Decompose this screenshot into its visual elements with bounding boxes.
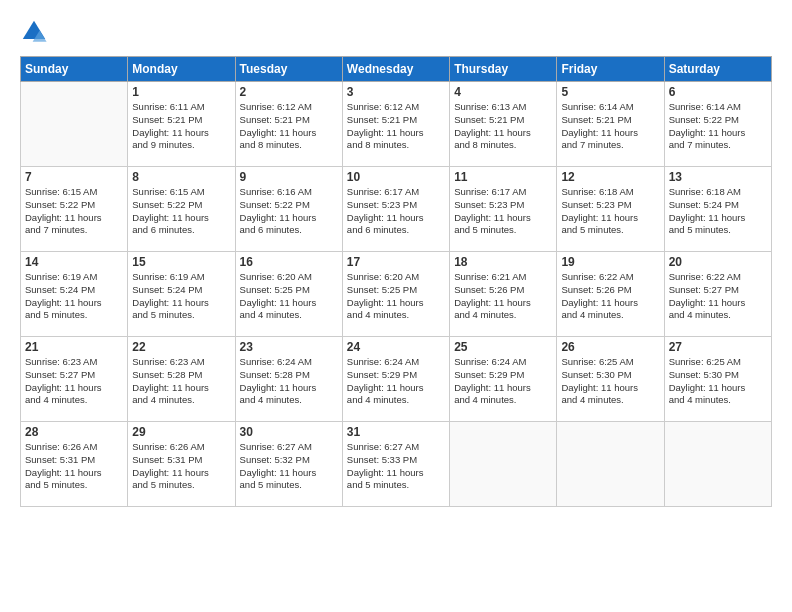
day-number: 8	[132, 170, 230, 184]
day-number: 24	[347, 340, 445, 354]
day-number: 16	[240, 255, 338, 269]
week-row-3: 14Sunrise: 6:19 AMSunset: 5:24 PMDayligh…	[21, 252, 772, 337]
calendar-cell: 31Sunrise: 6:27 AMSunset: 5:33 PMDayligh…	[342, 422, 449, 507]
cell-info: Sunrise: 6:18 AMSunset: 5:24 PMDaylight:…	[669, 186, 767, 237]
cell-info: Sunrise: 6:15 AMSunset: 5:22 PMDaylight:…	[132, 186, 230, 237]
cell-info: Sunrise: 6:23 AMSunset: 5:28 PMDaylight:…	[132, 356, 230, 407]
calendar-cell: 5Sunrise: 6:14 AMSunset: 5:21 PMDaylight…	[557, 82, 664, 167]
cell-info: Sunrise: 6:24 AMSunset: 5:29 PMDaylight:…	[347, 356, 445, 407]
calendar-cell: 8Sunrise: 6:15 AMSunset: 5:22 PMDaylight…	[128, 167, 235, 252]
header	[20, 18, 772, 46]
cell-info: Sunrise: 6:12 AMSunset: 5:21 PMDaylight:…	[347, 101, 445, 152]
day-number: 29	[132, 425, 230, 439]
day-number: 7	[25, 170, 123, 184]
calendar-cell: 9Sunrise: 6:16 AMSunset: 5:22 PMDaylight…	[235, 167, 342, 252]
calendar-cell: 18Sunrise: 6:21 AMSunset: 5:26 PMDayligh…	[450, 252, 557, 337]
day-number: 17	[347, 255, 445, 269]
cell-info: Sunrise: 6:24 AMSunset: 5:28 PMDaylight:…	[240, 356, 338, 407]
cell-info: Sunrise: 6:26 AMSunset: 5:31 PMDaylight:…	[25, 441, 123, 492]
calendar-cell: 12Sunrise: 6:18 AMSunset: 5:23 PMDayligh…	[557, 167, 664, 252]
calendar-cell	[450, 422, 557, 507]
cell-info: Sunrise: 6:14 AMSunset: 5:22 PMDaylight:…	[669, 101, 767, 152]
week-row-1: 1Sunrise: 6:11 AMSunset: 5:21 PMDaylight…	[21, 82, 772, 167]
calendar-cell: 24Sunrise: 6:24 AMSunset: 5:29 PMDayligh…	[342, 337, 449, 422]
calendar-cell: 19Sunrise: 6:22 AMSunset: 5:26 PMDayligh…	[557, 252, 664, 337]
cell-info: Sunrise: 6:25 AMSunset: 5:30 PMDaylight:…	[669, 356, 767, 407]
cell-info: Sunrise: 6:17 AMSunset: 5:23 PMDaylight:…	[347, 186, 445, 237]
cell-info: Sunrise: 6:19 AMSunset: 5:24 PMDaylight:…	[25, 271, 123, 322]
cell-info: Sunrise: 6:22 AMSunset: 5:27 PMDaylight:…	[669, 271, 767, 322]
calendar-cell: 15Sunrise: 6:19 AMSunset: 5:24 PMDayligh…	[128, 252, 235, 337]
day-number: 6	[669, 85, 767, 99]
calendar-cell: 10Sunrise: 6:17 AMSunset: 5:23 PMDayligh…	[342, 167, 449, 252]
cell-info: Sunrise: 6:13 AMSunset: 5:21 PMDaylight:…	[454, 101, 552, 152]
week-row-2: 7Sunrise: 6:15 AMSunset: 5:22 PMDaylight…	[21, 167, 772, 252]
calendar: SundayMondayTuesdayWednesdayThursdayFrid…	[20, 56, 772, 507]
logo-icon	[20, 18, 48, 46]
calendar-cell: 2Sunrise: 6:12 AMSunset: 5:21 PMDaylight…	[235, 82, 342, 167]
day-number: 21	[25, 340, 123, 354]
day-number: 4	[454, 85, 552, 99]
cell-info: Sunrise: 6:20 AMSunset: 5:25 PMDaylight:…	[347, 271, 445, 322]
day-number: 18	[454, 255, 552, 269]
cell-info: Sunrise: 6:27 AMSunset: 5:32 PMDaylight:…	[240, 441, 338, 492]
cell-info: Sunrise: 6:23 AMSunset: 5:27 PMDaylight:…	[25, 356, 123, 407]
cell-info: Sunrise: 6:24 AMSunset: 5:29 PMDaylight:…	[454, 356, 552, 407]
header-row: SundayMondayTuesdayWednesdayThursdayFrid…	[21, 57, 772, 82]
day-number: 26	[561, 340, 659, 354]
cell-info: Sunrise: 6:12 AMSunset: 5:21 PMDaylight:…	[240, 101, 338, 152]
day-number: 3	[347, 85, 445, 99]
week-row-5: 28Sunrise: 6:26 AMSunset: 5:31 PMDayligh…	[21, 422, 772, 507]
day-number: 11	[454, 170, 552, 184]
day-header-thursday: Thursday	[450, 57, 557, 82]
calendar-cell: 14Sunrise: 6:19 AMSunset: 5:24 PMDayligh…	[21, 252, 128, 337]
day-number: 19	[561, 255, 659, 269]
cell-info: Sunrise: 6:17 AMSunset: 5:23 PMDaylight:…	[454, 186, 552, 237]
calendar-cell	[664, 422, 771, 507]
day-number: 5	[561, 85, 659, 99]
day-number: 30	[240, 425, 338, 439]
day-number: 13	[669, 170, 767, 184]
day-number: 27	[669, 340, 767, 354]
calendar-cell: 20Sunrise: 6:22 AMSunset: 5:27 PMDayligh…	[664, 252, 771, 337]
cell-info: Sunrise: 6:22 AMSunset: 5:26 PMDaylight:…	[561, 271, 659, 322]
day-number: 10	[347, 170, 445, 184]
calendar-cell	[21, 82, 128, 167]
calendar-cell: 30Sunrise: 6:27 AMSunset: 5:32 PMDayligh…	[235, 422, 342, 507]
week-row-4: 21Sunrise: 6:23 AMSunset: 5:27 PMDayligh…	[21, 337, 772, 422]
logo	[20, 18, 50, 46]
cell-info: Sunrise: 6:25 AMSunset: 5:30 PMDaylight:…	[561, 356, 659, 407]
day-header-sunday: Sunday	[21, 57, 128, 82]
day-header-saturday: Saturday	[664, 57, 771, 82]
day-number: 25	[454, 340, 552, 354]
calendar-cell: 22Sunrise: 6:23 AMSunset: 5:28 PMDayligh…	[128, 337, 235, 422]
cell-info: Sunrise: 6:18 AMSunset: 5:23 PMDaylight:…	[561, 186, 659, 237]
day-header-tuesday: Tuesday	[235, 57, 342, 82]
page: SundayMondayTuesdayWednesdayThursdayFrid…	[0, 0, 792, 612]
day-number: 15	[132, 255, 230, 269]
cell-info: Sunrise: 6:27 AMSunset: 5:33 PMDaylight:…	[347, 441, 445, 492]
calendar-cell: 28Sunrise: 6:26 AMSunset: 5:31 PMDayligh…	[21, 422, 128, 507]
day-number: 1	[132, 85, 230, 99]
day-header-friday: Friday	[557, 57, 664, 82]
calendar-cell: 29Sunrise: 6:26 AMSunset: 5:31 PMDayligh…	[128, 422, 235, 507]
cell-info: Sunrise: 6:14 AMSunset: 5:21 PMDaylight:…	[561, 101, 659, 152]
cell-info: Sunrise: 6:16 AMSunset: 5:22 PMDaylight:…	[240, 186, 338, 237]
day-number: 20	[669, 255, 767, 269]
calendar-cell: 25Sunrise: 6:24 AMSunset: 5:29 PMDayligh…	[450, 337, 557, 422]
calendar-cell: 7Sunrise: 6:15 AMSunset: 5:22 PMDaylight…	[21, 167, 128, 252]
calendar-cell: 26Sunrise: 6:25 AMSunset: 5:30 PMDayligh…	[557, 337, 664, 422]
cell-info: Sunrise: 6:20 AMSunset: 5:25 PMDaylight:…	[240, 271, 338, 322]
day-number: 14	[25, 255, 123, 269]
calendar-cell: 6Sunrise: 6:14 AMSunset: 5:22 PMDaylight…	[664, 82, 771, 167]
cell-info: Sunrise: 6:15 AMSunset: 5:22 PMDaylight:…	[25, 186, 123, 237]
calendar-cell: 4Sunrise: 6:13 AMSunset: 5:21 PMDaylight…	[450, 82, 557, 167]
cell-info: Sunrise: 6:19 AMSunset: 5:24 PMDaylight:…	[132, 271, 230, 322]
day-number: 12	[561, 170, 659, 184]
day-number: 22	[132, 340, 230, 354]
day-number: 28	[25, 425, 123, 439]
calendar-cell: 27Sunrise: 6:25 AMSunset: 5:30 PMDayligh…	[664, 337, 771, 422]
calendar-cell: 16Sunrise: 6:20 AMSunset: 5:25 PMDayligh…	[235, 252, 342, 337]
calendar-cell: 23Sunrise: 6:24 AMSunset: 5:28 PMDayligh…	[235, 337, 342, 422]
calendar-cell: 21Sunrise: 6:23 AMSunset: 5:27 PMDayligh…	[21, 337, 128, 422]
